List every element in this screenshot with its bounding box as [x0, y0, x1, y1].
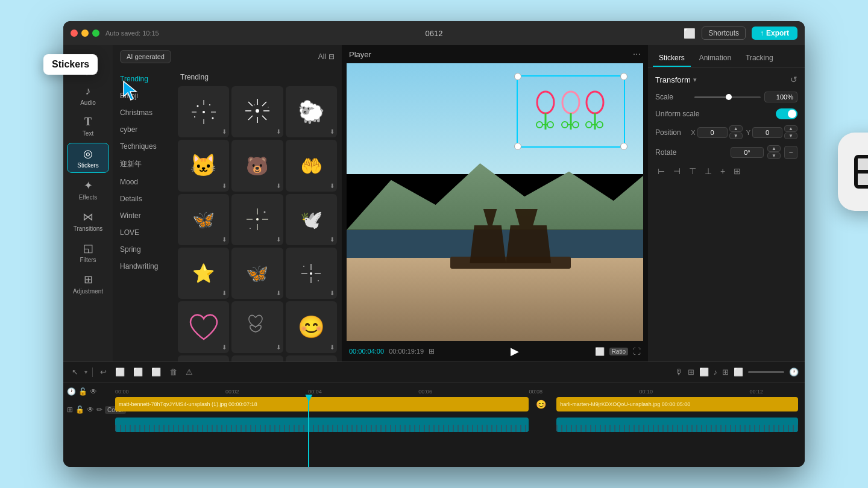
scale-value[interactable]: 100%: [764, 92, 797, 102]
link-icon[interactable]: ⊞: [688, 368, 694, 377]
timeline-playhead[interactable]: [308, 395, 309, 467]
sticker-cell-4[interactable]: 🐻 ⬇: [231, 140, 283, 191]
edit-track-icon[interactable]: ✏: [96, 405, 102, 414]
toolbar-effects[interactable]: ✦ Effects: [67, 175, 109, 204]
sticker-cell-11[interactable]: ⬇: [286, 248, 337, 299]
slider-thumb[interactable]: [726, 94, 732, 100]
category-handwriting[interactable]: Handwriting: [113, 258, 173, 275]
handle-tl[interactable]: [514, 73, 521, 80]
category-techniques[interactable]: Techniques: [113, 138, 173, 155]
handle-br[interactable]: [620, 143, 627, 150]
sticker-cell-0[interactable]: ⬇: [178, 86, 229, 137]
shortcuts-button[interactable]: Shortcuts: [702, 27, 746, 40]
sticker-cell-15[interactable]: 🐕 ⬇: [178, 355, 229, 361]
sticker-cell-5[interactable]: 🤲 ⬇: [286, 140, 337, 191]
select-tool[interactable]: ↖: [69, 366, 81, 378]
ratio-badge[interactable]: Ratio: [609, 348, 628, 355]
reset-button[interactable]: ↺: [790, 75, 797, 84]
track-bar-yellow-2[interactable]: harli-marten-M9jrKDXOQoU-unsplash.jpg 00…: [556, 397, 797, 411]
align-center-v-icon[interactable]: +: [718, 165, 728, 177]
eye-track-icon[interactable]: 👁: [90, 387, 97, 396]
category-christmas[interactable]: Christmas: [113, 104, 173, 121]
sticker-cell-17[interactable]: AHHH!!: [286, 355, 337, 361]
category-winter[interactable]: Winter: [113, 207, 173, 224]
toolbar-filters[interactable]: ◱ Filters: [67, 238, 109, 267]
align-left-icon[interactable]: ⊢: [655, 165, 667, 177]
align-top-icon[interactable]: ⊥: [702, 165, 714, 177]
zoom-slider[interactable]: [748, 371, 784, 373]
rotate-up[interactable]: ▲: [767, 145, 781, 152]
mic-icon[interactable]: 🎙: [675, 368, 683, 377]
rotate-minus[interactable]: −: [784, 146, 797, 159]
audio-icon-tl[interactable]: ♪: [714, 368, 718, 377]
sticker-cell-12[interactable]: ⬇: [178, 301, 229, 352]
tl-icon-2[interactable]: ⬜: [734, 368, 743, 377]
category-trending[interactable]: Trending: [113, 70, 173, 87]
handle-tr[interactable]: [620, 73, 627, 80]
align-bottom-icon[interactable]: ⊞: [731, 165, 743, 177]
category-emoji[interactable]: Emoji: [113, 87, 173, 104]
sticker-cell-13[interactable]: ⬇: [231, 301, 283, 352]
clock-icon[interactable]: 🕐: [789, 368, 799, 377]
monitor-icon[interactable]: ⬜: [684, 28, 696, 39]
toolbar-stickers[interactable]: ◎ Stickers: [67, 143, 109, 173]
tab-stickers[interactable]: Stickers: [653, 50, 691, 67]
track-bar-teal-1[interactable]: [115, 418, 529, 432]
all-filter[interactable]: All ⊟: [318, 52, 335, 61]
toolbar-transitions[interactable]: ⋈ Transitions: [67, 207, 109, 236]
pos-y-input[interactable]: 0: [752, 127, 782, 138]
split-tool-2[interactable]: ⬜: [131, 366, 145, 378]
export-button[interactable]: ↑ Export: [752, 27, 797, 40]
fullscreen-icon[interactable]: ⛶: [633, 347, 641, 356]
player-options[interactable]: ···: [633, 49, 641, 60]
sticker-cell-8[interactable]: 🕊️ ⬇: [286, 194, 337, 245]
category-newyear[interactable]: 迎新年: [113, 155, 173, 174]
sticker-cell-7[interactable]: ⬇: [231, 194, 283, 245]
track-bar-yellow[interactable]: matt-bennett-78hTqvJYMS4-unsplash (1).jp…: [115, 397, 529, 411]
pos-x-input[interactable]: 0: [697, 127, 728, 138]
category-cyber[interactable]: cyber: [113, 121, 173, 138]
category-details[interactable]: Details: [113, 190, 173, 207]
sticker-cell-10[interactable]: 🦋 ⬇: [231, 248, 283, 299]
eye-track-icon-2[interactable]: 👁: [87, 405, 94, 414]
maximize-button[interactable]: [92, 30, 99, 37]
lock-track-icon[interactable]: 🔓: [78, 387, 87, 396]
split-tool-3[interactable]: ⬜: [149, 366, 163, 378]
align-right-icon[interactable]: ⊤: [687, 165, 699, 177]
align-center-h-icon[interactable]: ⊣: [671, 165, 683, 177]
scale-slider[interactable]: [694, 96, 761, 98]
lock-track-icon-2[interactable]: 🔓: [75, 405, 84, 414]
handle-bl[interactable]: [514, 143, 521, 150]
tl-icon-1[interactable]: ⊞: [722, 368, 729, 377]
crop-icon[interactable]: ⬜: [699, 368, 709, 377]
sticker-cell-16[interactable]: 🌸: [231, 355, 283, 361]
tab-tracking[interactable]: Tracking: [740, 50, 779, 67]
uniform-scale-toggle[interactable]: [776, 108, 797, 119]
tab-animation[interactable]: Animation: [693, 50, 737, 67]
delete-tool[interactable]: 🗑: [167, 366, 180, 378]
rotate-input[interactable]: 0°: [731, 147, 764, 158]
pos-x-down[interactable]: ▼: [729, 133, 743, 139]
category-spring[interactable]: Spring: [113, 241, 173, 258]
warning-tool[interactable]: ⚠: [183, 366, 195, 378]
screenshot-icon[interactable]: ⬜: [595, 347, 605, 356]
undo-tool[interactable]: ↩: [98, 366, 109, 378]
split-tool[interactable]: ⬜: [113, 366, 127, 378]
ai-generated-button[interactable]: AI generated: [120, 50, 171, 63]
toolbar-audio[interactable]: ♪ Audio: [67, 81, 109, 110]
close-button[interactable]: [71, 30, 78, 37]
pos-x-up[interactable]: ▲: [729, 125, 743, 132]
track-bar-teal-2[interactable]: [556, 418, 797, 432]
pos-y-down[interactable]: ▼: [784, 133, 797, 139]
sticker-cell-14[interactable]: 😊 ⬇: [286, 301, 337, 352]
pos-y-up[interactable]: ▲: [784, 125, 797, 132]
sticker-cell-9[interactable]: ⭐ ⬇: [178, 248, 229, 299]
minimize-button[interactable]: [81, 30, 89, 37]
sticker-cell-6[interactable]: 🦋 ⬇: [178, 194, 229, 245]
toolbar-text[interactable]: T Text: [67, 112, 109, 140]
category-love[interactable]: LOVE: [113, 224, 173, 241]
toolbar-adjustment[interactable]: ⊞ Adjustment: [67, 269, 109, 298]
sticker-cell-3[interactable]: 🐱 ⬇: [178, 140, 229, 191]
sticker-cell-2[interactable]: 🐑 ⬇: [286, 86, 337, 137]
sticker-cell-1[interactable]: ⬇: [231, 86, 283, 137]
